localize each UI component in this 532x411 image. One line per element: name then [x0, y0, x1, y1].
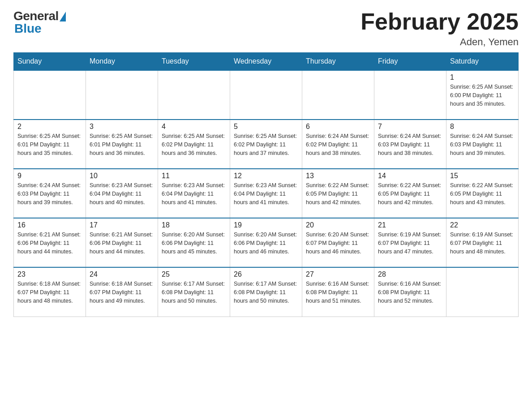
day-info: Sunrise: 6:20 AM Sunset: 6:06 PM Dayligh…	[234, 231, 298, 256]
day-number: 15	[450, 172, 515, 180]
calendar-cell: 17Sunrise: 6:21 AM Sunset: 6:06 PM Dayli…	[86, 218, 158, 267]
calendar-cell: 6Sunrise: 6:24 AM Sunset: 6:02 PM Daylig…	[302, 120, 374, 169]
day-info: Sunrise: 6:23 AM Sunset: 6:04 PM Dayligh…	[162, 181, 226, 206]
day-number: 16	[17, 221, 82, 229]
calendar-cell: 21Sunrise: 6:19 AM Sunset: 6:07 PM Dayli…	[374, 218, 446, 267]
week-row-1: 1Sunrise: 6:25 AM Sunset: 6:00 PM Daylig…	[14, 70, 519, 120]
location-text: Aden, Yemen	[360, 36, 519, 48]
day-info: Sunrise: 6:24 AM Sunset: 6:03 PM Dayligh…	[17, 181, 82, 206]
day-info: Sunrise: 6:25 AM Sunset: 6:02 PM Dayligh…	[162, 132, 226, 157]
day-number: 2	[17, 123, 82, 131]
day-number: 24	[90, 270, 154, 278]
day-number: 23	[17, 270, 82, 278]
logo: General Blue	[13, 9, 66, 36]
calendar-cell: 24Sunrise: 6:18 AM Sunset: 6:07 PM Dayli…	[86, 267, 158, 317]
day-info: Sunrise: 6:22 AM Sunset: 6:05 PM Dayligh…	[378, 181, 442, 206]
day-info: Sunrise: 6:22 AM Sunset: 6:05 PM Dayligh…	[450, 181, 515, 206]
calendar-cell: 26Sunrise: 6:17 AM Sunset: 6:08 PM Dayli…	[230, 267, 302, 317]
calendar-cell	[158, 70, 230, 120]
logo-blue-text: Blue	[14, 21, 42, 36]
day-info: Sunrise: 6:17 AM Sunset: 6:08 PM Dayligh…	[234, 280, 298, 305]
week-row-3: 9Sunrise: 6:24 AM Sunset: 6:03 PM Daylig…	[14, 169, 519, 218]
day-number: 18	[162, 221, 226, 229]
day-number: 19	[234, 221, 298, 229]
day-info: Sunrise: 6:24 AM Sunset: 6:02 PM Dayligh…	[306, 132, 370, 157]
calendar-cell: 11Sunrise: 6:23 AM Sunset: 6:04 PM Dayli…	[158, 169, 230, 218]
calendar-cell: 27Sunrise: 6:16 AM Sunset: 6:08 PM Dayli…	[302, 267, 374, 317]
calendar-cell	[14, 70, 86, 120]
day-number: 7	[378, 123, 442, 131]
calendar-cell: 23Sunrise: 6:18 AM Sunset: 6:07 PM Dayli…	[14, 267, 86, 317]
calendar-cell: 15Sunrise: 6:22 AM Sunset: 6:05 PM Dayli…	[446, 169, 519, 218]
week-row-4: 16Sunrise: 6:21 AM Sunset: 6:06 PM Dayli…	[14, 218, 519, 267]
day-info: Sunrise: 6:21 AM Sunset: 6:06 PM Dayligh…	[17, 231, 82, 256]
column-header-sunday: Sunday	[14, 53, 86, 71]
column-header-friday: Friday	[374, 53, 446, 71]
day-number: 28	[378, 270, 442, 278]
day-info: Sunrise: 6:25 AM Sunset: 6:01 PM Dayligh…	[17, 132, 82, 157]
logo-triangle-icon	[60, 12, 66, 21]
day-number: 3	[90, 123, 154, 131]
column-header-tuesday: Tuesday	[158, 53, 230, 71]
day-number: 27	[306, 270, 370, 278]
day-info: Sunrise: 6:18 AM Sunset: 6:07 PM Dayligh…	[17, 280, 82, 305]
calendar-cell: 3Sunrise: 6:25 AM Sunset: 6:01 PM Daylig…	[86, 120, 158, 169]
day-info: Sunrise: 6:20 AM Sunset: 6:06 PM Dayligh…	[162, 231, 226, 256]
day-number: 14	[378, 172, 442, 180]
calendar-cell	[374, 70, 446, 120]
calendar-cell	[446, 267, 519, 317]
day-info: Sunrise: 6:18 AM Sunset: 6:07 PM Dayligh…	[90, 280, 154, 305]
day-number: 17	[90, 221, 154, 229]
day-info: Sunrise: 6:21 AM Sunset: 6:06 PM Dayligh…	[90, 231, 154, 256]
day-info: Sunrise: 6:19 AM Sunset: 6:07 PM Dayligh…	[378, 231, 442, 256]
day-info: Sunrise: 6:17 AM Sunset: 6:08 PM Dayligh…	[162, 280, 226, 305]
day-info: Sunrise: 6:23 AM Sunset: 6:04 PM Dayligh…	[234, 181, 298, 206]
calendar-cell: 19Sunrise: 6:20 AM Sunset: 6:06 PM Dayli…	[230, 218, 302, 267]
day-number: 10	[90, 172, 154, 180]
day-number: 11	[162, 172, 226, 180]
month-title: February 2025	[360, 9, 519, 34]
calendar-cell: 16Sunrise: 6:21 AM Sunset: 6:06 PM Dayli…	[14, 218, 86, 267]
page-header: General Blue February 2025 Aden, Yemen	[13, 9, 519, 48]
calendar-cell: 7Sunrise: 6:24 AM Sunset: 6:03 PM Daylig…	[374, 120, 446, 169]
calendar-cell	[302, 70, 374, 120]
day-number: 25	[162, 270, 226, 278]
calendar-cell: 13Sunrise: 6:22 AM Sunset: 6:05 PM Dayli…	[302, 169, 374, 218]
calendar-table: SundayMondayTuesdayWednesdayThursdayFrid…	[13, 52, 519, 317]
day-number: 20	[306, 221, 370, 229]
column-header-monday: Monday	[86, 53, 158, 71]
day-number: 6	[306, 123, 370, 131]
day-info: Sunrise: 6:16 AM Sunset: 6:08 PM Dayligh…	[378, 280, 442, 305]
calendar-cell: 2Sunrise: 6:25 AM Sunset: 6:01 PM Daylig…	[14, 120, 86, 169]
day-info: Sunrise: 6:25 AM Sunset: 6:01 PM Dayligh…	[90, 132, 154, 157]
calendar-cell: 12Sunrise: 6:23 AM Sunset: 6:04 PM Dayli…	[230, 169, 302, 218]
calendar-cell	[230, 70, 302, 120]
day-number: 8	[450, 123, 515, 131]
day-info: Sunrise: 6:22 AM Sunset: 6:05 PM Dayligh…	[306, 181, 370, 206]
day-number: 1	[450, 73, 515, 81]
day-number: 4	[162, 123, 226, 131]
day-info: Sunrise: 6:20 AM Sunset: 6:07 PM Dayligh…	[306, 231, 370, 256]
calendar-cell: 28Sunrise: 6:16 AM Sunset: 6:08 PM Dayli…	[374, 267, 446, 317]
day-info: Sunrise: 6:16 AM Sunset: 6:08 PM Dayligh…	[306, 280, 370, 305]
week-row-5: 23Sunrise: 6:18 AM Sunset: 6:07 PM Dayli…	[14, 267, 519, 317]
day-number: 5	[234, 123, 298, 131]
column-header-thursday: Thursday	[302, 53, 374, 71]
day-number: 22	[450, 221, 515, 229]
calendar-cell: 20Sunrise: 6:20 AM Sunset: 6:07 PM Dayli…	[302, 218, 374, 267]
day-number: 26	[234, 270, 298, 278]
calendar-cell: 8Sunrise: 6:24 AM Sunset: 6:03 PM Daylig…	[446, 120, 519, 169]
day-number: 9	[17, 172, 82, 180]
column-header-wednesday: Wednesday	[230, 53, 302, 71]
week-row-2: 2Sunrise: 6:25 AM Sunset: 6:01 PM Daylig…	[14, 120, 519, 169]
calendar-cell: 4Sunrise: 6:25 AM Sunset: 6:02 PM Daylig…	[158, 120, 230, 169]
day-number: 12	[234, 172, 298, 180]
day-info: Sunrise: 6:19 AM Sunset: 6:07 PM Dayligh…	[450, 231, 515, 256]
day-info: Sunrise: 6:25 AM Sunset: 6:02 PM Dayligh…	[234, 132, 298, 157]
day-info: Sunrise: 6:25 AM Sunset: 6:00 PM Dayligh…	[450, 83, 515, 108]
calendar-cell	[86, 70, 158, 120]
calendar-cell: 25Sunrise: 6:17 AM Sunset: 6:08 PM Dayli…	[158, 267, 230, 317]
calendar-cell: 14Sunrise: 6:22 AM Sunset: 6:05 PM Dayli…	[374, 169, 446, 218]
day-number: 13	[306, 172, 370, 180]
calendar-cell: 10Sunrise: 6:23 AM Sunset: 6:04 PM Dayli…	[86, 169, 158, 218]
